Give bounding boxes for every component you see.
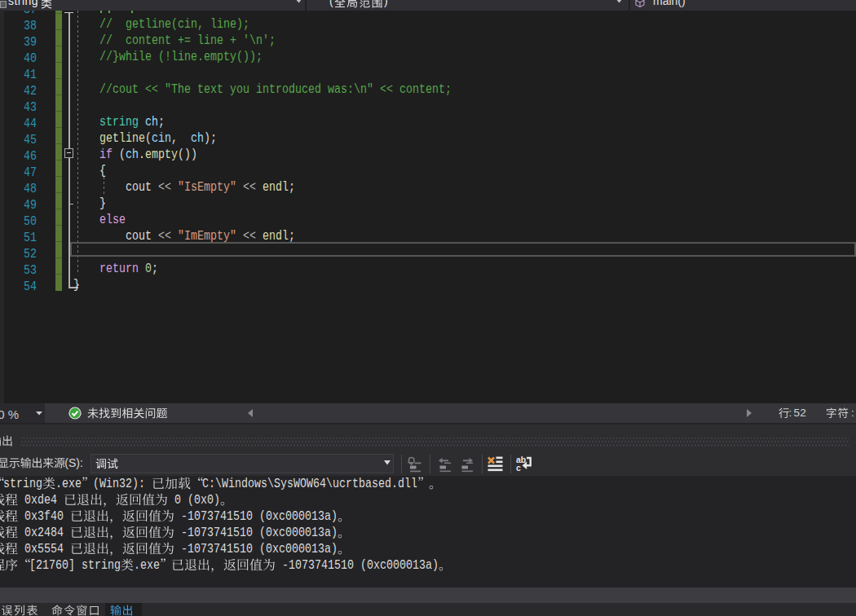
svg-text:c: c <box>516 463 521 472</box>
